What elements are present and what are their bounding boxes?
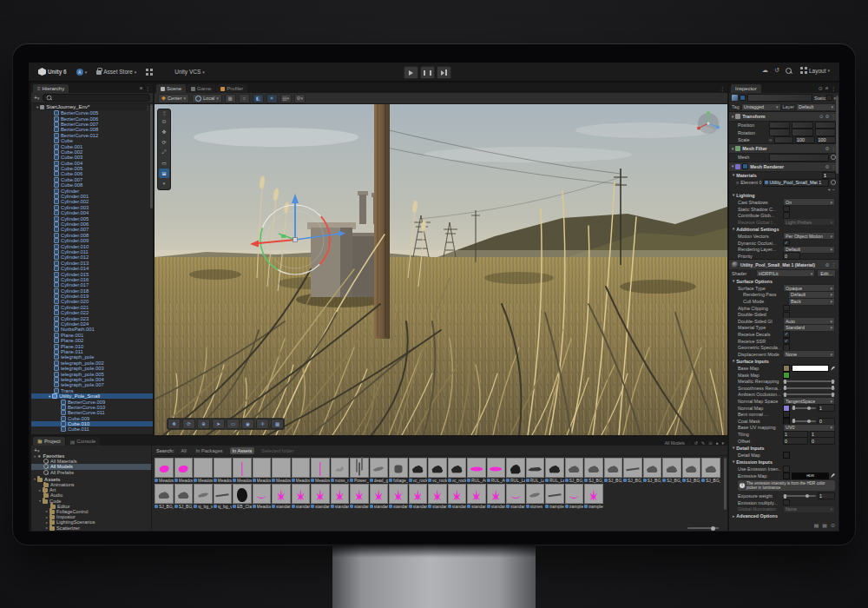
- kebab-menu-icon[interactable]: ⋮: [832, 262, 837, 268]
- favorites-item[interactable]: All Prefabs: [31, 470, 151, 475]
- emission-inputs-foldout[interactable]: ▾Emission Inputs: [729, 459, 838, 466]
- inspector-property-row[interactable]: Offset 0▾ 0 0 !0: [729, 438, 838, 445]
- tag-dropdown[interactable]: Untagged▾: [741, 103, 781, 111]
- layout-dropdown[interactable]: Layout ▾: [798, 65, 832, 76]
- asset-item[interactable]: SJ_BG_A...: [155, 484, 174, 509]
- inspector-property-row[interactable]: Receive Global I... Light Probes▾ Light …: [729, 219, 838, 226]
- step-button[interactable]: [437, 66, 451, 79]
- pan-tool-icon[interactable]: ✥: [168, 419, 181, 429]
- material-object-field[interactable]: Utility_Pool_Small_Mat 1: [763, 179, 829, 187]
- texture-thumb[interactable]: [783, 372, 790, 379]
- color-swatch[interactable]: [792, 365, 829, 372]
- slider[interactable]: [783, 387, 835, 389]
- value-field-2[interactable]: 0: [810, 437, 835, 445]
- value-field[interactable]: 0: [783, 252, 800, 260]
- search-scope-assets[interactable]: In Assets: [230, 447, 255, 454]
- grid-snapping-button[interactable]: ▦: [225, 94, 236, 103]
- asset-item[interactable]: RUL_Ava...: [467, 458, 486, 483]
- eyedropper-icon[interactable]: [831, 473, 835, 478]
- gameobject-name-field[interactable]: [747, 94, 812, 102]
- asset-item[interactable]: SJ_BG_S...: [643, 458, 662, 483]
- tab-project[interactable]: Project: [33, 437, 65, 446]
- frame-selected-icon[interactable]: ▭: [227, 419, 240, 429]
- rotation-y-field[interactable]: [792, 129, 812, 136]
- help-icon[interactable]: ⊙: [819, 114, 824, 119]
- asset-item[interactable]: Meadow...: [233, 458, 252, 483]
- asset-item[interactable]: Meadow...: [155, 458, 174, 483]
- meshrenderer-component-header[interactable]: ▾ Mesh Renderer ⚙⋮: [729, 162, 838, 172]
- asset-item[interactable]: foliage_s...: [389, 458, 408, 483]
- inspector-property-row[interactable]: Emissive Map ▾ HDR !: [729, 473, 838, 479]
- scale-z-field[interactable]: 100: [817, 136, 836, 144]
- tab-game[interactable]: Game: [187, 84, 215, 93]
- search-scope-folder[interactable]: Selected folder: [259, 447, 296, 454]
- asset-item[interactable]: vc_rock...: [448, 458, 467, 483]
- position-x-field[interactable]: [769, 122, 790, 129]
- grid-scrollbar[interactable]: [724, 458, 727, 510]
- rotate-tool-button[interactable]: ⟳: [159, 137, 169, 147]
- cloud-icon[interactable]: ☁: [762, 67, 768, 74]
- add-material-button[interactable]: +: [828, 187, 831, 192]
- slider[interactable]: [792, 407, 816, 409]
- rect-tool-button[interactable]: ▭: [159, 158, 169, 168]
- layer-dropdown[interactable]: Default▾: [796, 103, 836, 111]
- thumbnail-size-slider[interactable]: [687, 527, 719, 529]
- tool-handle-rotation-dropdown[interactable]: Local▾: [192, 94, 222, 103]
- inspector-property-row[interactable]: The emission intensity is from the HDR c…: [729, 479, 838, 492]
- unity-vcs-button[interactable]: Unity VCS ▾: [172, 67, 207, 76]
- asset-item[interactable]: trample...: [545, 484, 564, 509]
- grid-toggle-icon[interactable]: ▦: [271, 419, 284, 429]
- component-enabled-checkbox[interactable]: [742, 163, 748, 169]
- grid-menu-button[interactable]: [143, 67, 155, 77]
- tab-scene[interactable]: Scene: [156, 84, 186, 93]
- inspector-property-row[interactable]: Mask Map ▾ !: [729, 372, 838, 379]
- inspector-property-row[interactable]: Displacement Mode None▾ None !None: [729, 351, 838, 358]
- orbit-tool-icon[interactable]: ⟳: [182, 419, 195, 429]
- asset-item[interactable]: RUL_Lar...: [526, 458, 545, 483]
- asset-item[interactable]: standar...: [487, 484, 506, 509]
- inspector-property-row[interactable]: Static Shadow C... ▾ !: [729, 206, 838, 213]
- asset-item[interactable]: SJ_BG_A...: [701, 458, 720, 483]
- asset-item[interactable]: standar...: [428, 484, 447, 509]
- hierarchy-root-row[interactable]: ▾ StartJourney_Env* ⋮: [31, 103, 153, 110]
- position-y-field[interactable]: [792, 122, 812, 129]
- asset-item[interactable]: trample...: [565, 484, 584, 509]
- tab-console[interactable]: ▤Console: [66, 437, 101, 446]
- play-button[interactable]: [404, 66, 418, 79]
- asset-item[interactable]: RUL_Ava...: [487, 458, 506, 483]
- view-tool-button[interactable]: ⊙: [159, 116, 169, 126]
- flythrough-icon[interactable]: ➤: [212, 419, 225, 429]
- checkbox[interactable]: [783, 305, 790, 312]
- shader-dropdown[interactable]: HDRP/Lit▾: [756, 269, 815, 277]
- meshfilter-component-header[interactable]: ▾ Mesh Filter ⚙⋮: [729, 143, 838, 154]
- asset-item[interactable]: vc_rock...: [428, 458, 447, 483]
- tab-hierarchy[interactable]: ≡Hierarchy: [33, 84, 69, 93]
- inspector-property-row[interactable]: Priority 0▾ 0 !0: [729, 253, 838, 260]
- search-scope-packages[interactable]: In Packages: [194, 447, 226, 454]
- scene-viewport[interactable]: ⣿ ⊙ ✥ ⟳ ⤢ ▭ ⊞ ⌖ ✥ ⟳ ⊕ ➤ ▭ ◉ ✛ ▦: [155, 104, 727, 435]
- tab-profiler[interactable]: Profiler: [216, 84, 247, 93]
- transform-component-header[interactable]: ▾ Transform ⊙⚙⋮: [729, 111, 838, 122]
- asset-item[interactable]: standar...: [389, 484, 408, 509]
- asset-item[interactable]: SJ_BG_A...: [174, 484, 194, 509]
- asset-item[interactable]: Meadow...: [253, 458, 272, 483]
- checkbox[interactable]: [783, 206, 790, 213]
- scene-lighting-button[interactable]: ☀: [266, 94, 278, 103]
- twisty-closed-icon[interactable]: ▸: [46, 525, 48, 530]
- asset-item[interactable]: standar...: [311, 484, 330, 509]
- detail-inputs-foldout[interactable]: ▾Detail Inputs: [729, 444, 838, 452]
- link-scale-icon[interactable]: ∞: [769, 137, 773, 142]
- surface-inputs-foldout[interactable]: ▾Surface Inputs: [729, 358, 838, 366]
- draw-mode-button[interactable]: ◧: [253, 94, 264, 103]
- scale-y-field[interactable]: 100: [795, 136, 814, 144]
- edit-shader-button[interactable]: Edit...: [817, 269, 836, 277]
- asset-item[interactable]: SJ_BG_A...: [584, 458, 603, 483]
- inspector-property-row[interactable]: Cull Mode Back▾ Back !Back: [729, 298, 838, 305]
- active-checkbox[interactable]: [740, 95, 746, 101]
- object-picker-icon[interactable]: [831, 180, 836, 185]
- asset-item[interactable]: EB_Cla...: [233, 484, 252, 509]
- transform-tool-button[interactable]: ⊞: [159, 169, 169, 178]
- custom-tool-button[interactable]: ⌖: [159, 179, 169, 188]
- asset-item[interactable]: standar...: [370, 484, 389, 509]
- asset-item[interactable]: standar...: [272, 484, 291, 509]
